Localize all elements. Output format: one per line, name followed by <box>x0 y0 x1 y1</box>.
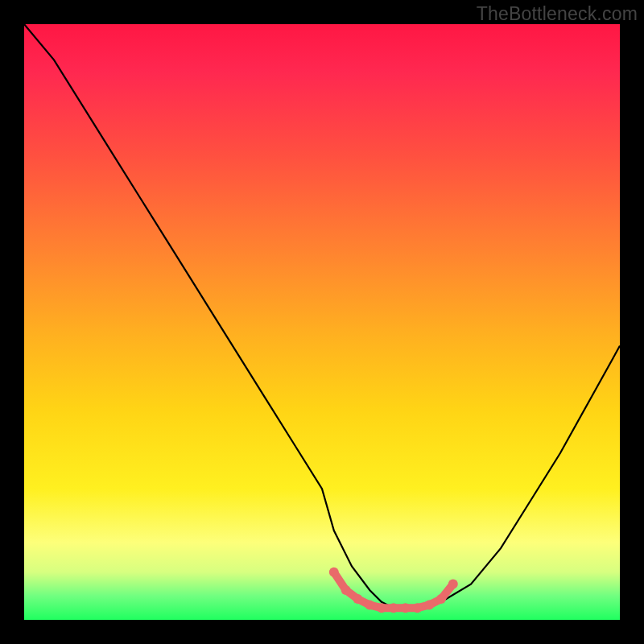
watermark-text: TheBottleneck.com <box>477 3 638 25</box>
highlight-dot <box>353 594 362 604</box>
highlight-dot <box>377 603 386 613</box>
highlight-dot <box>412 603 422 613</box>
highlight-path <box>334 572 453 608</box>
highlight-dot <box>389 603 398 613</box>
highlight-dot <box>341 585 351 595</box>
highlight-dot <box>424 601 434 610</box>
bottleneck-curve <box>24 24 620 608</box>
highlight-dot <box>436 594 446 604</box>
highlight-dot <box>448 580 458 589</box>
highlight-markers <box>329 568 458 613</box>
highlight-dot <box>401 603 411 613</box>
highlight-dot <box>365 601 374 610</box>
highlight-dot <box>329 568 339 577</box>
chart-svg <box>24 24 620 620</box>
chart-container: TheBottleneck.com <box>0 0 644 644</box>
